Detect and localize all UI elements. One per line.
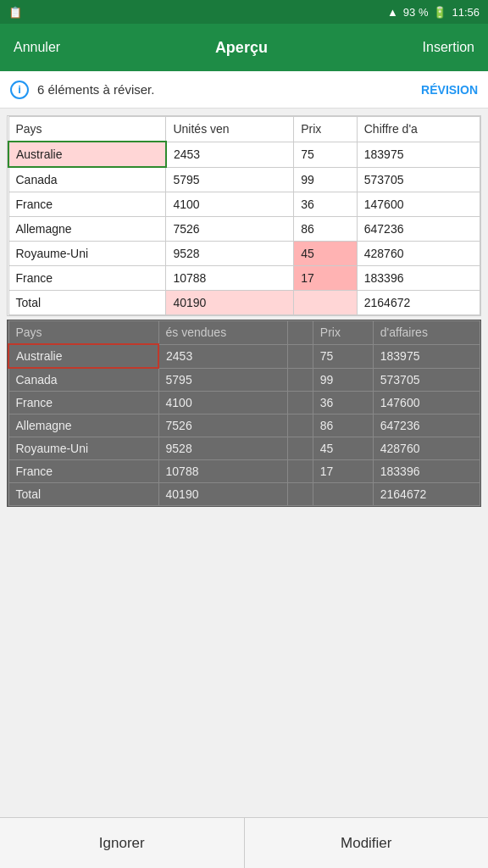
cell-prix [313,483,373,506]
cell-unites: 9528 [158,437,288,460]
revision-button[interactable]: RÉVISION [421,83,478,97]
cell-pays: Canada [8,167,166,192]
cell-chiffre: 2164672 [357,291,480,315]
cell-prix: 17 [313,460,373,483]
cell-unites: 4100 [158,392,288,415]
cell-pays: Allemagne [8,415,158,437]
cell-prix: 75 [294,142,358,167]
cell-unites: 4100 [166,192,294,217]
col-chiffre-header: Chiffre d'a [357,117,480,142]
table-row: Canada 5795 99 573705 [8,167,480,192]
table-row: Royaume-Uni 9528 45 428760 [8,437,480,460]
cell-prix: 45 [313,437,373,460]
cell-empty [288,460,313,483]
cell-chiffre: 183975 [357,142,480,167]
main-content: Pays Unités ven Prix Chiffre d'a Austral… [0,108,488,817]
cell-empty [288,415,313,437]
col-unites-header: és vendues [158,321,288,345]
info-text: 6 éléments à réviser. [37,82,413,97]
col-unites-header: Unités ven [166,117,294,142]
table-row-total: Total 40190 2164672 [8,291,480,315]
table-row: Australie 2453 75 183975 [8,344,480,368]
cell-unites: 7526 [166,217,294,242]
cell-prix: 45 [294,242,358,266]
cell-unites: 40190 [158,483,288,506]
table-row-total: Total 40190 2164672 [8,483,480,506]
cell-pays: France [8,460,158,483]
cell-unites: 40190 [166,291,294,315]
info-icon: i [10,81,29,99]
cell-pays: Allemagne [8,217,166,242]
cell-unites: 2453 [158,344,288,368]
cell-chiffre: 183396 [357,266,480,291]
col-empty [288,321,313,345]
status-bar: 📋 ▲ 93 % 🔋 11:56 [0,0,488,24]
lower-table-container: Pays és vendues Prix d'affaires Australi… [7,320,481,507]
insertion-button[interactable]: Insertion [423,40,474,55]
table-row: France 10788 17 183396 [8,266,480,291]
modifier-button[interactable]: Modifier [245,818,489,868]
cell-chiffre: 183396 [373,460,480,483]
cell-empty [288,437,313,460]
cell-prix: 86 [313,415,373,437]
upper-table-container: Pays Unités ven Prix Chiffre d'a Austral… [7,115,481,316]
col-pays-header: Pays [8,117,166,142]
cell-chiffre: 647236 [373,415,480,437]
cell-unites: 10788 [158,460,288,483]
notification-icon: 📋 [8,6,22,19]
cell-empty [288,344,313,368]
col-prix-header: Prix [313,321,373,345]
cell-prix: 86 [294,217,358,242]
cell-pays: Australie [8,142,166,167]
cell-empty [288,483,313,506]
lower-table: Pays és vendues Prix d'affaires Australi… [8,320,480,506]
col-prix-header: Prix [294,117,358,142]
cell-chiffre: 428760 [373,437,480,460]
cell-unites: 7526 [158,415,288,437]
cell-empty [288,368,313,392]
col-chiffre-header: d'affaires [373,321,480,345]
battery-icon: 🔋 [433,6,446,19]
annuler-button[interactable]: Annuler [14,40,60,55]
cell-pays: France [8,192,166,217]
cell-prix: 17 [294,266,358,291]
cell-unites: 5795 [158,368,288,392]
upper-table: Pays Unités ven Prix Chiffre d'a Austral… [8,116,480,315]
cell-pays: Total [8,483,158,506]
info-bar: i 6 éléments à réviser. RÉVISION [0,71,488,108]
table-row: France 10788 17 183396 [8,460,480,483]
cell-unites: 9528 [166,242,294,266]
table-row: Canada 5795 99 573705 [8,368,480,392]
cell-prix [294,291,358,315]
cell-chiffre: 573705 [357,167,480,192]
ignorer-button[interactable]: Ignorer [0,818,245,868]
nav-bar: Annuler Aperçu Insertion [0,24,488,71]
cell-chiffre: 428760 [357,242,480,266]
cell-chiffre: 147600 [373,392,480,415]
lower-table-header: Pays és vendues Prix d'affaires [8,321,480,345]
cell-chiffre: 647236 [357,217,480,242]
cell-unites: 2453 [166,142,294,167]
nav-title: Aperçu [215,39,268,57]
bottom-bar: Ignorer Modifier [0,817,488,868]
cell-pays: Total [8,291,166,315]
cell-chiffre: 147600 [357,192,480,217]
table-row: Australie 2453 75 183975 [8,142,480,167]
col-pays-header: Pays [8,321,158,345]
cell-chiffre: 2164672 [373,483,480,506]
cell-pays: Australie [8,344,158,368]
cell-prix: 36 [313,392,373,415]
table-row: Allemagne 7526 86 647236 [8,217,480,242]
table-row: Allemagne 7526 86 647236 [8,415,480,437]
cell-chiffre: 183975 [373,344,480,368]
battery-text: 93 % [403,6,429,19]
time-text: 11:56 [452,6,480,19]
cell-pays: France [8,392,158,415]
cell-prix: 36 [294,192,358,217]
cell-prix: 99 [313,368,373,392]
cell-empty [288,392,313,415]
cell-chiffre: 573705 [373,368,480,392]
cell-prix: 99 [294,167,358,192]
signal-icon: ▲ [387,6,398,19]
cell-pays: France [8,266,166,291]
